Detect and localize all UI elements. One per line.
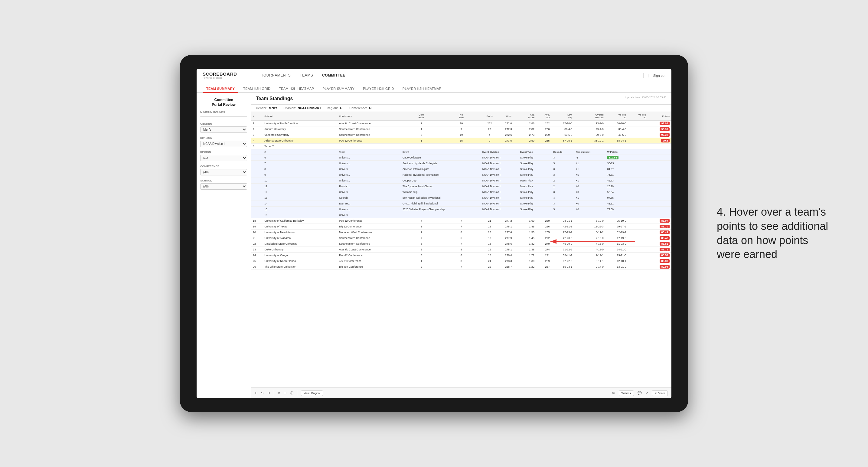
- tab-bar: TEAM SUMMARY TEAM H2H GRID TEAM H2H HEAT…: [196, 82, 672, 93]
- col-conf-rank: ConfRank: [401, 112, 442, 121]
- expanded-sub-row: 11 Florida I... The Cypress Point Classi…: [251, 184, 672, 189]
- col-points: Points: [648, 112, 672, 121]
- watch-button[interactable]: Watch ▾: [619, 391, 634, 396]
- zoom-out-button[interactable]: ⊖: [267, 391, 270, 395]
- sidebar-min-rounds: Minimum Rounds: [200, 111, 247, 119]
- col-vs50: Vs Top50: [628, 112, 648, 121]
- table-row: 25 University of North Florida ASUN Conf…: [251, 258, 672, 264]
- table-row: 5 Texas T...: [251, 144, 672, 149]
- share-button[interactable]: ↗ Share: [652, 391, 668, 396]
- table-row: 18 University of California, Berkeley Pa…: [251, 218, 672, 224]
- school-select[interactable]: (All): [200, 183, 247, 190]
- expanded-sub-row: 9 Univers... National Invitational Tourn…: [251, 172, 672, 178]
- gender-select[interactable]: Men's: [200, 126, 247, 133]
- expanded-sub-row: 6 Univers... Cabo Collegiate NCAA Divisi…: [251, 155, 672, 161]
- table-row: 26 The Ohio State University Big Ten Con…: [251, 264, 672, 270]
- expanded-header-row: # Team Event Event Division Event Type R…: [251, 149, 672, 155]
- comment-icon: 💬: [638, 391, 642, 395]
- panel-title: Team Standings: [256, 96, 293, 101]
- view-original-button[interactable]: View: Original: [301, 391, 323, 396]
- expanded-sub-row: 7 Univers... Southern Highlands Collegia…: [251, 161, 672, 166]
- paint-button[interactable]: ⊡: [284, 391, 286, 395]
- undo-button[interactable]: ↩: [255, 391, 257, 395]
- table-row: 4 Arizona State University Pac-12 Confer…: [251, 138, 672, 144]
- expanded-sub-row: 8 Univers... Amer An Intercollegiate NCA…: [251, 166, 672, 172]
- redo-button[interactable]: ↪: [261, 391, 264, 395]
- panel-header: Team Standings Update time: 13/03/2024 1…: [251, 93, 672, 105]
- update-time: Update time: 13/03/2024 10:03:42: [625, 96, 666, 99]
- expanded-sub-row: 10 Univers... Copper Cup NCAA Division I…: [251, 178, 672, 184]
- bottom-toolbar: ↩ ↪ ⊖ ⧉ ⊡ ⓘ View: Original 👁 Watch ▾: [251, 387, 672, 398]
- col-no-tour: NoTour: [442, 112, 480, 121]
- division-label: Division: [200, 136, 247, 139]
- expanded-sub-row: 15 Univers... 2023 Sahalee Players Champ…: [251, 207, 672, 212]
- min-rounds-label: Minimum Rounds: [200, 111, 247, 114]
- filter-row: Gender: Men's Division: NCAA Division I …: [251, 105, 672, 112]
- col-overall: OverallRecord: [574, 112, 605, 121]
- sidebar-gender: Gender Men's: [200, 122, 247, 133]
- filter-region: Region: All: [327, 106, 343, 110]
- tab-team-summary[interactable]: TEAM SUMMARY: [203, 85, 238, 93]
- expand-icon[interactable]: ⤢: [645, 391, 648, 395]
- expanded-sub-row: 12 Univers... Williams Cup NCAA Division…: [251, 189, 672, 195]
- tab-team-h2h-grid[interactable]: TEAM H2H GRID: [240, 85, 274, 93]
- rounds-slider[interactable]: [200, 115, 247, 119]
- expanded-sub-row: 14 East Ter... OFCC Fighting Illini Invi…: [251, 201, 672, 207]
- annotation-text: 4. Hover over a team's points to see add…: [717, 205, 832, 261]
- nav-links: TOURNAMENTS TEAMS COMMITTEE: [261, 73, 345, 77]
- col-bnds: Bnds: [480, 112, 499, 121]
- region-label: Region: [200, 151, 247, 154]
- col-low-adj: LowAdj.: [552, 112, 574, 121]
- division-select[interactable]: NCAA Division I: [200, 141, 247, 147]
- col-school: School: [262, 112, 337, 121]
- conference-select[interactable]: (All): [200, 169, 247, 176]
- nav-committee[interactable]: COMMITTEE: [322, 73, 345, 77]
- gender-label: Gender: [200, 122, 247, 125]
- info-button[interactable]: ⓘ: [290, 391, 293, 395]
- filter-gender: Gender: Men's: [256, 106, 277, 110]
- sidebar-region: Region N/A: [200, 151, 247, 161]
- col-wins: Wins: [499, 112, 518, 121]
- tab-player-summary[interactable]: PLAYER SUMMARY: [319, 85, 358, 93]
- table-row: 3 Vanderbilt University Southeastern Con…: [251, 132, 672, 138]
- nav-teams[interactable]: TEAMS: [300, 73, 313, 77]
- region-select[interactable]: N/A: [200, 155, 247, 161]
- sidebar-school: School (All): [200, 179, 247, 190]
- conference-label: Conference: [200, 165, 247, 168]
- share-icon: ↗: [654, 392, 657, 395]
- table-header-row: # School Conference ConfRank NoTour Bnds…: [251, 112, 672, 121]
- expanded-sub-row: 13 Georgia Ben Hogan Collegiate Invitati…: [251, 195, 672, 201]
- school-label: School: [200, 179, 247, 182]
- expanded-sub-row: 16 Univers...: [251, 212, 672, 218]
- top-nav: SCOREBOARD Powered by clippd TOURNAMENTS…: [196, 69, 672, 82]
- toolbar-separator: [274, 390, 274, 396]
- sign-out-button[interactable]: Sign out: [648, 74, 665, 77]
- app-subtitle: Powered by clippd: [203, 77, 237, 79]
- table-row: 2 Auburn University Southeastern Confere…: [251, 126, 672, 132]
- copy-button[interactable]: ⧉: [278, 391, 280, 395]
- filter-division: Division: NCAA Division I: [283, 106, 320, 110]
- logo: SCOREBOARD Powered by clippd: [203, 71, 237, 79]
- filter-conference: Conference: All: [349, 106, 372, 110]
- sidebar: CommitteePortal Review Minimum Rounds Ge…: [196, 93, 251, 398]
- sidebar-conference: Conference (All): [200, 165, 247, 176]
- nav-tournaments[interactable]: TOURNAMENTS: [261, 73, 291, 77]
- tab-team-h2h-heatmap[interactable]: TEAM H2H HEATMAP: [275, 85, 317, 93]
- toolbar-separator-2: [297, 390, 297, 396]
- table-row: 1 University of North Carolina Atlantic …: [251, 121, 672, 126]
- tab-player-h2h-grid[interactable]: PLAYER H2H GRID: [359, 85, 398, 93]
- sidebar-division: Division NCAA Division I: [200, 136, 247, 147]
- table-row: 19 University of Texas Big 12 Conference…: [251, 224, 672, 229]
- tab-player-h2h-heatmap[interactable]: PLAYER H2H HEATMAP: [399, 85, 445, 93]
- col-vs25: Vs Top25: [606, 112, 628, 121]
- col-conference: Conference: [337, 112, 401, 121]
- annotation-arrow: [548, 232, 638, 250]
- col-avg-sg: Avg.SG: [536, 112, 551, 121]
- annotation-area: 4. Hover over a team's points to see add…: [717, 205, 832, 261]
- sign-out-area: | Sign out: [643, 72, 665, 78]
- col-rank: #: [251, 112, 262, 121]
- sidebar-title: CommitteePortal Review: [200, 98, 247, 107]
- eye-icon: 👁: [612, 392, 615, 395]
- app-title: SCOREBOARD: [203, 71, 237, 76]
- table-row: 24 University of Oregon Pac-12 Conferenc…: [251, 253, 672, 258]
